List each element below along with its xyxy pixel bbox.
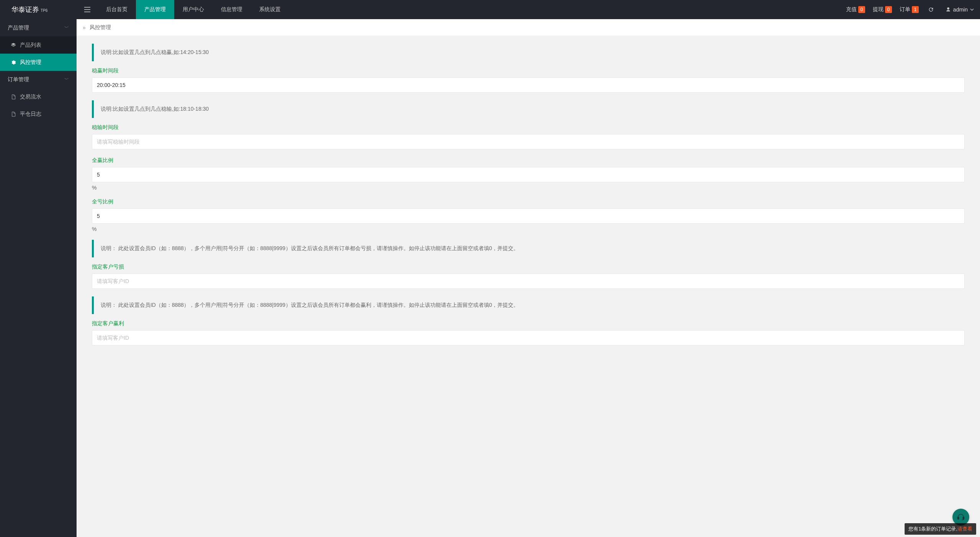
- user-menu[interactable]: admin: [939, 7, 980, 13]
- note-spec-lose: 说明： 此处设置会员ID（如：8888），多个用户用|符号分开（如：8888|9…: [92, 240, 965, 257]
- header-withdraw[interactable]: 提现 0: [869, 0, 896, 19]
- svg-rect-0: [958, 517, 959, 519]
- sidebar-item-label: 平仓日志: [20, 111, 41, 118]
- document-icon: [11, 111, 16, 117]
- sidebar-group-order[interactable]: 订单管理 ﹀: [0, 71, 77, 88]
- chevron-down-icon: ﹀: [64, 76, 69, 83]
- sidebar-group-order-label: 订单管理: [8, 76, 29, 83]
- recharge-badge: 0: [858, 6, 865, 13]
- breadcrumb-current: 风控管理: [90, 24, 111, 31]
- sidebar-item-product-list[interactable]: 产品列表: [0, 36, 77, 54]
- chevron-down-icon: [970, 8, 974, 11]
- nav-user[interactable]: 用户中心: [174, 0, 212, 19]
- note-spec-win: 说明： 此处设置会员ID（如：8888），多个用户用|符号分开（如：8888|9…: [92, 296, 965, 314]
- brand-sup: TP6: [41, 8, 47, 13]
- label-spec-win: 指定客户赢利: [92, 320, 965, 327]
- order-label: 订单: [900, 6, 910, 13]
- toast-text: 您有1条新的订单记录,: [908, 526, 957, 532]
- brand-logo[interactable]: 华泰证券 TP6: [0, 5, 77, 14]
- input-all-lose[interactable]: [92, 208, 965, 224]
- nav-home[interactable]: 后台首页: [98, 0, 136, 19]
- sidebar-item-label: 交易流水: [20, 93, 41, 100]
- toast-notification: 您有1条新的订单记录,请查看: [905, 523, 976, 535]
- nav-product[interactable]: 产品管理: [136, 0, 174, 19]
- nav-system[interactable]: 系统设置: [251, 0, 289, 19]
- order-badge: 1: [912, 6, 919, 13]
- user-icon: [946, 7, 951, 12]
- sidebar-item-risk-mgmt[interactable]: 风控管理: [0, 54, 77, 71]
- input-spec-lose[interactable]: [92, 273, 965, 289]
- refresh-button[interactable]: [923, 0, 939, 19]
- unit-percent: %: [92, 226, 965, 232]
- label-all-win: 全赢比例: [92, 157, 965, 164]
- withdraw-badge: 0: [885, 6, 892, 13]
- input-win-time[interactable]: [92, 77, 965, 93]
- header-order[interactable]: 订单 1: [896, 0, 923, 19]
- hamburger-icon: [84, 7, 90, 12]
- sidebar-group-product-label: 产品管理: [8, 25, 29, 31]
- headset-icon: [957, 513, 965, 521]
- breadcrumb-arrow-icon: »: [83, 25, 86, 31]
- input-lose-time[interactable]: [92, 134, 965, 149]
- label-lose-time: 稳输时间段: [92, 124, 965, 131]
- note-win-time: 说明:比如设置几点到几点稳赢,如:14:20-15:30: [92, 44, 965, 61]
- refresh-icon: [928, 7, 934, 13]
- svg-rect-1: [963, 517, 964, 519]
- user-name: admin: [953, 7, 968, 13]
- recharge-label: 充值: [846, 6, 857, 13]
- sidebar-item-label: 产品列表: [20, 42, 41, 49]
- label-win-time: 稳赢时间段: [92, 67, 965, 74]
- toast-link[interactable]: 请查看: [957, 526, 972, 532]
- document-icon: [11, 94, 16, 100]
- withdraw-label: 提现: [873, 6, 884, 13]
- sidebar-item-label: 风控管理: [20, 59, 41, 66]
- input-spec-win[interactable]: [92, 330, 965, 345]
- brand-name: 华泰证券: [11, 5, 39, 14]
- note-lose-time: 说明:比如设置几点到几点稳输,如:18:10-18:30: [92, 100, 965, 118]
- input-all-win[interactable]: [92, 167, 965, 182]
- sidebar-item-close-log[interactable]: 平仓日志: [0, 105, 77, 123]
- gear-icon: [11, 60, 16, 65]
- chevron-down-icon: ﹀: [64, 25, 69, 31]
- sidebar-toggle[interactable]: [77, 0, 98, 19]
- sidebar-item-trade-flow[interactable]: 交易流水: [0, 88, 77, 105]
- unit-percent: %: [92, 185, 965, 191]
- breadcrumb: » 风控管理: [77, 19, 980, 36]
- sidebar: 产品管理 ﹀ 产品列表 风控管理 订单管理 ﹀: [0, 19, 77, 537]
- nav-info[interactable]: 信息管理: [212, 0, 251, 19]
- label-spec-lose: 指定客户亏损: [92, 264, 965, 270]
- sidebar-group-product[interactable]: 产品管理 ﹀: [0, 19, 77, 36]
- layers-icon: [11, 43, 16, 48]
- label-all-lose: 全亏比例: [92, 198, 965, 205]
- header-recharge[interactable]: 充值 0: [842, 0, 869, 19]
